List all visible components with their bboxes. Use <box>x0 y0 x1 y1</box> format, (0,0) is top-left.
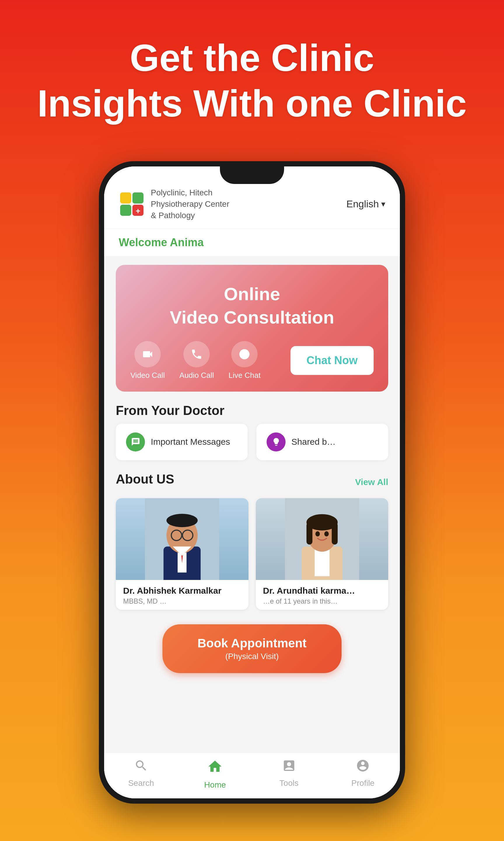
consultation-actions: Video Call Audio Call <box>130 341 374 380</box>
live-chat-icon <box>231 341 257 367</box>
shared-icon <box>267 432 286 451</box>
important-messages-label: Important Messages <box>151 437 230 447</box>
live-chat-label: Live Chat <box>229 371 261 380</box>
from-doctor-section: From Your Doctor Important Messages <box>116 403 388 460</box>
hero-title: Get the Clinic Insights With one Clinic <box>0 35 504 126</box>
from-doctor-title: From Your Doctor <box>116 403 388 418</box>
scroll-area: Online Video Consultation <box>104 256 400 753</box>
doctor-card-1[interactable]: Dr. Abhishek Karmalkar MBBS, MD … <box>116 498 249 610</box>
svg-rect-21 <box>306 522 312 544</box>
chevron-down-icon: ▾ <box>381 199 385 209</box>
doctor-info-2: Dr. Arundhati karma… …e of 11 years in t… <box>256 580 389 610</box>
action-icons: Video Call Audio Call <box>130 341 260 380</box>
audio-call-icon <box>183 341 210 367</box>
welcome-text: Welcome Anima <box>119 236 203 249</box>
audio-call-item[interactable]: Audio Call <box>179 341 214 380</box>
nav-search[interactable]: Search <box>104 759 178 790</box>
svg-rect-3 <box>120 205 131 216</box>
nav-tools[interactable]: Tools <box>252 759 326 790</box>
svg-rect-22 <box>331 522 338 544</box>
consultation-title: Online Video Consultation <box>130 282 374 329</box>
important-messages-icon <box>126 432 145 451</box>
consultation-banner: Online Video Consultation <box>116 265 388 392</box>
about-header: About US View All <box>116 472 388 492</box>
header-logo: + Polyclinic, Hitech Physiotherapy Cente… <box>119 187 232 221</box>
doctor-degree-1: MBBS, MD … <box>123 597 241 605</box>
chat-now-button[interactable]: Chat Now <box>290 346 374 375</box>
doctor-name-2: Dr. Arundhati karma… <box>263 586 381 596</box>
nav-profile[interactable]: Profile <box>326 759 400 790</box>
doctor-degree-2: …e of 11 years in this… <box>263 597 381 605</box>
nav-search-label: Search <box>128 778 154 788</box>
book-appointment-label: Book Appointment <box>197 636 307 650</box>
doctor-name-1: Dr. Abhishek Karmalkar <box>123 586 241 596</box>
phone-outer: + Polyclinic, Hitech Physiotherapy Cente… <box>99 161 405 804</box>
nav-home[interactable]: Home <box>178 759 252 790</box>
doctor-photo-2 <box>256 498 389 580</box>
nav-tools-label: Tools <box>280 778 299 788</box>
phone-inner: + Polyclinic, Hitech Physiotherapy Cente… <box>104 167 400 799</box>
nav-profile-label: Profile <box>352 778 375 788</box>
doctor-info-1: Dr. Abhishek Karmalkar MBBS, MD … <box>116 580 249 610</box>
book-appointment-sublabel: (Physical Visit) <box>197 651 307 662</box>
about-section: About US View All <box>116 472 388 610</box>
doctor-photo-1 <box>116 498 249 580</box>
audio-call-label: Audio Call <box>179 371 214 380</box>
consultation-title-line1: Online <box>224 284 280 304</box>
language-label: English <box>346 198 379 210</box>
book-appointment-button[interactable]: Book Appointment (Physical Visit) <box>162 624 342 673</box>
svg-point-23 <box>315 531 320 536</box>
phone-mockup: + Polyclinic, Hitech Physiotherapy Cente… <box>0 161 504 804</box>
hero-section: Get the Clinic Insights With one Clinic <box>0 0 504 126</box>
svg-point-14 <box>166 514 198 527</box>
phone-notch <box>220 167 284 184</box>
clinic-name: Polyclinic, Hitech Physiotherapy Center … <box>151 187 232 221</box>
view-all-button[interactable]: View All <box>355 477 388 487</box>
search-icon <box>134 759 148 776</box>
hero-line2: Insights With one Clinic <box>37 82 467 125</box>
doctors-row: Dr. Abhishek Karmalkar MBBS, MD … <box>116 498 388 610</box>
shared-card[interactable]: Shared b… <box>256 424 388 460</box>
profile-icon <box>356 759 370 776</box>
nav-home-label: Home <box>204 780 226 790</box>
shared-label: Shared b… <box>291 437 336 447</box>
home-icon <box>207 759 223 778</box>
live-chat-item[interactable]: Live Chat <box>229 341 261 380</box>
welcome-bar: Welcome Anima <box>104 229 400 256</box>
book-appointment-wrapper: Book Appointment (Physical Visit) <box>116 621 388 679</box>
app-logo-icon: + <box>119 191 145 217</box>
language-selector[interactable]: English ▾ <box>346 198 385 210</box>
about-title: About US <box>116 472 174 486</box>
messages-row: Important Messages Shared b… <box>116 424 388 460</box>
bottom-nav: Search Home <box>104 753 400 799</box>
video-call-label: Video Call <box>130 371 165 380</box>
svg-point-24 <box>324 531 328 536</box>
hero-line1: Get the Clinic <box>130 36 374 79</box>
consultation-title-line2: Video Consultation <box>170 307 334 327</box>
tools-icon <box>282 759 296 776</box>
svg-rect-2 <box>132 192 144 204</box>
video-call-icon <box>134 341 161 367</box>
svg-text:+: + <box>136 206 140 216</box>
video-call-item[interactable]: Video Call <box>130 341 165 380</box>
screen-content: + Polyclinic, Hitech Physiotherapy Cente… <box>104 167 400 799</box>
svg-rect-1 <box>120 192 131 204</box>
doctor-card-2[interactable]: Dr. Arundhati karma… …e of 11 years in t… <box>256 498 389 610</box>
important-messages-card[interactable]: Important Messages <box>116 424 248 460</box>
